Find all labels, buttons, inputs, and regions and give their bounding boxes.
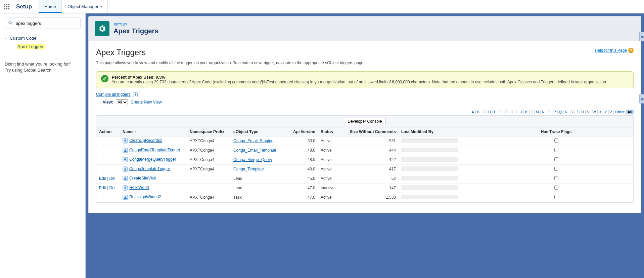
alpha-filter-J[interactable]: J xyxy=(519,110,524,114)
del-link[interactable]: Del xyxy=(109,176,116,181)
col-action: Action xyxy=(96,127,120,136)
sort-asc-icon: ↑ xyxy=(135,130,137,134)
trigger-name-link[interactable]: CongaMergeQueryTrigger xyxy=(129,157,176,162)
size-cell: 931 xyxy=(341,136,399,146)
alpha-filter-E[interactable]: E xyxy=(493,110,498,114)
tab-object-manager[interactable]: Object Manager▾ xyxy=(62,0,108,13)
size-cell: 417 xyxy=(341,164,399,174)
alpha-filter-I[interactable]: I xyxy=(515,110,519,114)
alpha-filter-D[interactable]: D xyxy=(487,110,493,114)
edit-link[interactable]: Edit xyxy=(99,176,106,181)
col-trace[interactable]: Has Trace Flags xyxy=(479,127,633,136)
table-row: ReassignWhatId2APXTConga4Task47.0Active1… xyxy=(96,193,633,202)
alpha-filter-Q[interactable]: Q xyxy=(558,110,564,114)
col-size[interactable]: Size Without Comments xyxy=(341,127,399,136)
alpha-filter-O[interactable]: O xyxy=(546,110,552,114)
download-icon[interactable] xyxy=(123,138,128,144)
create-view-link[interactable]: Create New View xyxy=(131,100,162,105)
del-link[interactable]: Del xyxy=(109,186,116,190)
view-select[interactable]: All xyxy=(116,99,128,105)
trigger-name-link[interactable]: CongaEmailTemplateTrigger xyxy=(129,148,180,152)
download-icon[interactable] xyxy=(123,166,128,172)
alpha-filter-U[interactable]: U xyxy=(580,110,586,114)
alpha-filter-N[interactable]: N xyxy=(541,110,546,114)
status-cell: Active xyxy=(318,164,341,174)
alpha-filter-T[interactable]: T xyxy=(575,110,580,114)
alpha-filter-all[interactable]: All xyxy=(626,110,634,114)
trace-checkbox[interactable] xyxy=(554,176,558,180)
size-cell: 52 xyxy=(341,174,399,183)
trigger-name-link[interactable]: CreateSiteVisit xyxy=(129,176,156,181)
alpha-filter-M[interactable]: M xyxy=(535,110,541,114)
edit-link[interactable]: Edit xyxy=(99,186,106,190)
trigger-name-link[interactable]: ReassignWhatId2 xyxy=(129,195,161,199)
info-icon[interactable]: i xyxy=(133,92,138,97)
help-link[interactable]: Help for this Page ? xyxy=(595,48,634,53)
col-namespace[interactable]: Namespace Prefix xyxy=(187,127,231,136)
trace-checkbox[interactable] xyxy=(554,195,558,199)
alpha-filter-G[interactable]: G xyxy=(503,110,509,114)
trace-checkbox[interactable] xyxy=(554,157,558,161)
trace-checkbox[interactable] xyxy=(554,148,558,152)
col-api[interactable]: Api Version xyxy=(288,127,318,136)
alpha-filter-X[interactable]: X xyxy=(598,110,603,114)
alpha-filter-Z[interactable]: Z xyxy=(609,110,614,114)
api-cell: 47.0 xyxy=(288,193,318,202)
download-icon[interactable] xyxy=(123,176,128,181)
sobject-link[interactable]: Conga_Email_Staging xyxy=(233,138,273,143)
alpha-filter-Y[interactable]: Y xyxy=(603,110,608,114)
table-row: CongaTemplateTriggerAPXTConga4Conga_Temp… xyxy=(96,164,633,174)
alpha-filter-F[interactable]: F xyxy=(498,110,503,114)
col-status[interactable]: Status xyxy=(318,127,341,136)
sobject-link[interactable]: Conga_Template xyxy=(233,167,264,171)
chevron-down-icon: ▾ xyxy=(100,5,102,8)
alpha-filter-other[interactable]: Other xyxy=(614,110,626,114)
api-cell: 30.0 xyxy=(288,136,318,146)
alpha-filter-C[interactable]: C xyxy=(481,110,487,114)
page-header: SETUP Apex Triggers xyxy=(88,16,641,41)
trigger-name-link[interactable]: CleanUpRecords2 xyxy=(129,138,162,143)
alpha-filter-S[interactable]: S xyxy=(569,110,574,114)
trace-checkbox[interactable] xyxy=(554,186,558,190)
app-name: Setup xyxy=(13,3,39,10)
side-panel-toggle[interactable]: ◀ xyxy=(639,32,644,41)
trace-checkbox[interactable] xyxy=(554,167,558,171)
download-icon[interactable] xyxy=(123,185,128,191)
sidebar-help-note: Didn't find what you're looking for? Try… xyxy=(5,61,81,73)
trace-checkbox[interactable] xyxy=(554,138,558,143)
trigger-name-link[interactable]: CongaTemplateTrigger xyxy=(129,166,170,171)
col-modified-by[interactable]: Last Modified By xyxy=(399,127,479,136)
compile-all-link[interactable]: Compile all triggers xyxy=(96,92,131,97)
download-icon[interactable] xyxy=(123,157,128,162)
alpha-filter-L[interactable]: L xyxy=(530,110,535,114)
download-icon[interactable] xyxy=(123,148,128,153)
tree-node-custom-code[interactable]: ⌄ Custom Code xyxy=(5,34,81,42)
sobject-link[interactable]: Conga_Merge_Query xyxy=(233,157,272,162)
top-bar: Setup Home Object Manager▾ xyxy=(0,0,644,13)
alpha-filter-P[interactable]: P xyxy=(552,110,557,114)
alpha-filter-H[interactable]: H xyxy=(509,110,515,114)
alpha-filter-R[interactable]: R xyxy=(563,110,569,114)
quick-find-input[interactable] xyxy=(5,17,81,29)
side-panel-toggle-2[interactable]: ◀ xyxy=(639,94,644,104)
tree-item-apex-triggers[interactable]: Apex Triggers xyxy=(5,42,81,51)
alpha-filter-W[interactable]: W xyxy=(591,110,598,114)
tab-home[interactable]: Home xyxy=(39,0,62,13)
alpha-filter: ABCDEFGHIJKLMNOPQRSTUVWXYZOtherAll xyxy=(96,110,634,114)
alpha-filter-B[interactable]: B xyxy=(476,110,481,114)
developer-console-button[interactable]: Developer Console xyxy=(344,118,385,125)
size-cell: 444 xyxy=(341,146,399,155)
trigger-name-link[interactable]: HelloWorld xyxy=(129,185,149,190)
size-cell: 147 xyxy=(341,183,399,193)
alpha-filter-K[interactable]: K xyxy=(524,110,529,114)
modified-by-cell xyxy=(401,157,458,162)
app-launcher-icon[interactable] xyxy=(0,4,13,9)
status-cell: Active xyxy=(318,193,341,202)
col-sobject[interactable]: sObject Type xyxy=(231,127,288,136)
sobject-link[interactable]: Conga_Email_Template xyxy=(233,148,276,153)
col-name[interactable]: Name↑ xyxy=(120,127,187,136)
triggers-table: Action Name↑ Namespace Prefix sObject Ty… xyxy=(96,127,633,202)
alpha-filter-A[interactable]: A xyxy=(470,110,475,114)
alpha-filter-V[interactable]: V xyxy=(586,110,591,114)
download-icon[interactable] xyxy=(123,195,128,200)
